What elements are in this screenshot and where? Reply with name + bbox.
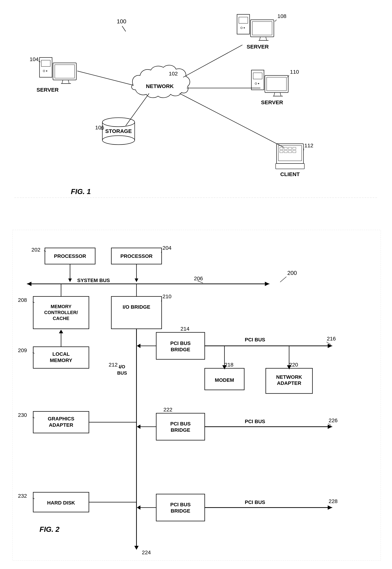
processor2-label: PROCESSOR (121, 253, 153, 259)
svg-line-28 (266, 37, 267, 41)
svg-marker-81 (134, 546, 139, 550)
ref-208: 208 (18, 297, 27, 303)
ref-222: 222 (163, 407, 172, 413)
svg-text:BRIDGE: BRIDGE (171, 427, 190, 433)
svg-line-27 (259, 37, 260, 41)
svg-marker-105 (328, 425, 332, 429)
svg-rect-51 (293, 151, 296, 153)
svg-rect-112 (156, 494, 205, 521)
svg-rect-6 (55, 65, 74, 78)
svg-line-54 (280, 277, 286, 282)
diagram-container: 100 SERVER 104 NETWORK 102 (0, 0, 392, 569)
svg-marker-60 (68, 279, 72, 282)
ref-102: 102 (169, 71, 178, 77)
svg-marker-79 (59, 330, 63, 333)
svg-rect-49 (284, 151, 287, 153)
ref-100: 100 (117, 18, 126, 25)
svg-line-7 (62, 80, 63, 84)
ref-224: 224 (142, 549, 151, 555)
pci-bridge2-label: PCI BUS (170, 421, 191, 427)
svg-marker-117 (328, 505, 332, 510)
svg-line-13 (183, 45, 242, 77)
ref-210: 210 (163, 293, 171, 299)
server-top-right-label: SERVER (247, 44, 269, 50)
io-bridge-label: I/O BRIDGE (123, 304, 150, 310)
server-left-label: SERVER (37, 87, 59, 93)
svg-marker-103 (137, 425, 140, 429)
svg-rect-41 (277, 144, 304, 163)
svg-rect-47 (293, 147, 296, 149)
svg-text:BRIDGE: BRIDGE (171, 508, 190, 514)
svg-rect-35 (265, 75, 288, 93)
pci-bus3-label: PCI BUS (245, 499, 265, 505)
modem-label: MODEM (215, 377, 234, 383)
ref-226: 226 (329, 417, 337, 423)
ref-212: 212 (109, 362, 118, 368)
svg-rect-5 (53, 63, 76, 80)
svg-rect-42 (278, 145, 302, 161)
svg-marker-115 (137, 505, 140, 510)
ref-232: 232 (18, 493, 27, 499)
system-bus-label: SYSTEM BUS (77, 278, 110, 283)
svg-rect-48 (280, 151, 283, 153)
svg-point-19 (102, 136, 135, 145)
fig1-title: FIG. 1 (71, 187, 91, 196)
io-bus-label: I/O (119, 364, 125, 370)
svg-text:CACHE: CACHE (53, 316, 69, 321)
ref-110: 110 (290, 69, 299, 75)
svg-text:ADAPTER: ADAPTER (49, 422, 73, 428)
memory-controller-label: MEMORY (51, 304, 71, 309)
svg-point-3 (43, 70, 45, 72)
svg-rect-50 (288, 151, 292, 153)
pci-bus2-label: PCI BUS (245, 419, 265, 424)
svg-point-23 (241, 27, 242, 29)
svg-rect-44 (280, 147, 283, 149)
ref-204: 204 (163, 245, 171, 251)
svg-rect-2 (41, 60, 50, 67)
ref-230: 230 (18, 412, 27, 418)
pci-bridge3-label: PCI BUS (170, 502, 191, 507)
fig2-title: FIG. 2 (40, 525, 59, 533)
graphics-adapter-label: GRAPHICS (48, 416, 74, 422)
ref-209: 209 (18, 347, 27, 353)
svg-text:BRIDGE: BRIDGE (171, 347, 190, 352)
svg-rect-22 (239, 17, 248, 23)
svg-point-4 (46, 71, 47, 71)
ref-200: 200 (287, 270, 297, 276)
server-mid-right-label: SERVER (261, 99, 283, 105)
svg-line-12 (126, 93, 149, 126)
svg-rect-32 (253, 73, 262, 79)
svg-point-33 (255, 83, 257, 85)
ref-214: 214 (181, 326, 189, 332)
ref-104: 104 (30, 56, 39, 62)
svg-line-0 (122, 26, 126, 31)
ref-108: 108 (278, 13, 286, 19)
ref-228: 228 (329, 498, 337, 504)
svg-point-34 (258, 83, 259, 84)
storage-label: STORAGE (105, 128, 132, 134)
svg-rect-46 (288, 147, 292, 149)
svg-text:CONTROLLER/: CONTROLLER/ (44, 310, 78, 315)
svg-line-37 (274, 93, 275, 96)
svg-line-11 (77, 71, 134, 85)
svg-rect-43 (276, 163, 304, 169)
svg-rect-25 (251, 20, 274, 37)
ref-106: 106 (95, 125, 104, 130)
network-label: NETWORK (146, 83, 174, 89)
svg-marker-87 (137, 344, 140, 348)
svg-line-8 (68, 80, 69, 84)
pci-bridge1-label: PCI BUS (170, 341, 191, 346)
svg-line-38 (280, 93, 281, 96)
svg-rect-45 (284, 147, 287, 149)
svg-marker-65 (265, 282, 269, 286)
svg-rect-100 (156, 413, 205, 440)
pci-bus1-label: PCI BUS (245, 337, 265, 342)
svg-rect-36 (267, 77, 286, 91)
hard-disk-label: HARD DISK (47, 500, 75, 506)
svg-rect-71 (111, 297, 162, 329)
processor1-label: PROCESSOR (54, 253, 86, 259)
svg-point-24 (244, 27, 245, 28)
svg-marker-62 (135, 279, 138, 282)
svg-point-16 (102, 118, 135, 127)
svg-marker-89 (328, 344, 332, 348)
